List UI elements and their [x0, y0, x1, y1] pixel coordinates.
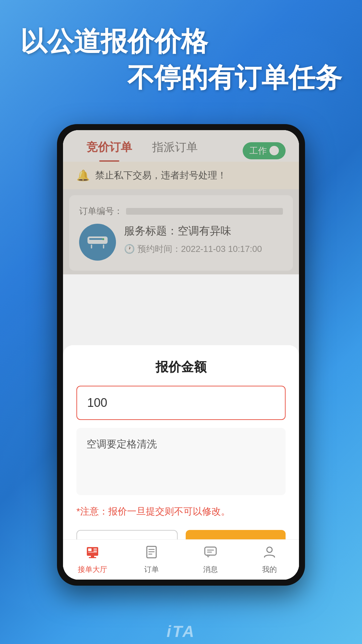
nav-lobby[interactable]: 接单大厅 — [63, 545, 122, 576]
lobby-label: 接单大厅 — [78, 565, 107, 575]
hero-section: 以公道报价价格 不停的有订单任务 — [0, 0, 362, 106]
nav-orders[interactable]: 订单 — [122, 545, 181, 576]
modal-title: 报价金额 — [76, 359, 286, 376]
watermark: iTA — [167, 622, 195, 644]
profile-label: 我的 — [262, 565, 277, 575]
content-wrapper: 以公道报价价格 不停的有订单任务 竞价订单 指派订单 工作 — [0, 0, 362, 644]
nav-messages[interactable]: 消息 — [181, 545, 240, 576]
note-textarea[interactable]: 空调要定格清洗 — [76, 428, 286, 495]
svg-rect-9 — [88, 552, 97, 553]
screen-dimmer — [63, 130, 299, 274]
messages-icon — [203, 545, 218, 562]
warning-text: *注意：报价一旦提交则不可以修改。 — [76, 505, 286, 518]
messages-label: 消息 — [203, 565, 218, 575]
phone-frame: 竞价订单 指派订单 工作 🔔 禁止私下交易，违者封号处理！ — [57, 124, 305, 586]
screen-content: 竞价订单 指派订单 工作 🔔 禁止私下交易，违者封号处理！ — [63, 130, 299, 580]
bottom-nav: 接单大厅 订单 — [63, 539, 299, 580]
hero-line2: 不停的有订单任务 — [20, 63, 342, 93]
svg-rect-16 — [205, 547, 216, 555]
orders-label: 订单 — [144, 565, 159, 575]
lobby-icon — [85, 545, 100, 562]
svg-point-19 — [267, 547, 272, 552]
svg-rect-7 — [94, 548, 97, 550]
phone-mockup: 竞价订单 指派订单 工作 🔔 禁止私下交易，违者封号处理！ — [57, 124, 305, 586]
price-input-wrapper[interactable]: 100 — [76, 386, 286, 420]
phone-screen: 竞价订单 指派订单 工作 🔔 禁止私下交易，违者封号处理！ — [63, 130, 299, 580]
svg-rect-6 — [88, 548, 92, 551]
orders-icon — [144, 545, 159, 562]
svg-rect-11 — [89, 557, 96, 558]
price-input[interactable]: 100 — [87, 396, 275, 410]
hero-line1: 以公道报价价格 — [20, 27, 342, 56]
nav-profile[interactable]: 我的 — [240, 545, 299, 576]
profile-icon — [262, 545, 277, 562]
svg-rect-8 — [94, 550, 97, 552]
